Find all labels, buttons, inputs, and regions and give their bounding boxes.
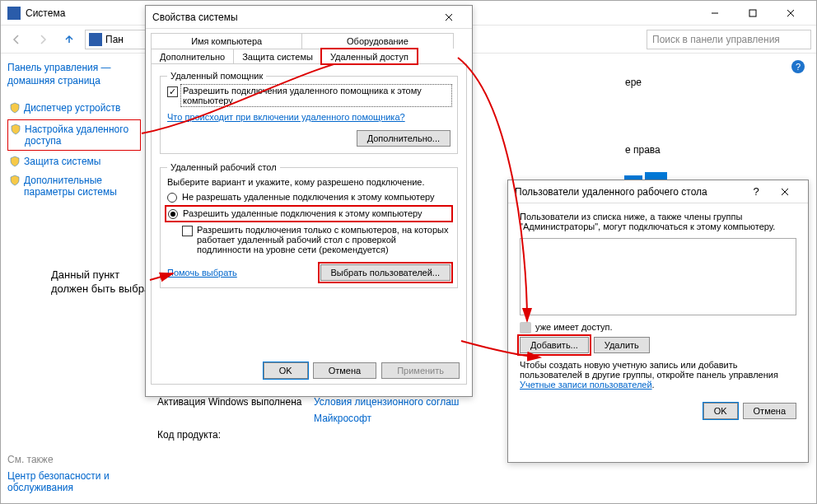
person-icon xyxy=(520,322,531,334)
tab-computer-name[interactable]: Имя компьютера xyxy=(151,33,302,49)
tab-advanced[interactable]: Дополнительно xyxy=(151,49,234,64)
rdu-cancel-button[interactable]: Отмена xyxy=(743,403,796,419)
remote-assistance-help-link[interactable]: Что происходит при включении удаленного … xyxy=(167,112,405,122)
shield-icon xyxy=(9,102,21,114)
tab-system-protection[interactable]: Защита системы xyxy=(233,49,322,64)
chk-label: Разрешить подключения только с компьютер… xyxy=(197,225,451,254)
minimize-button[interactable] xyxy=(696,1,734,26)
bg-text: е права xyxy=(625,144,661,156)
license-link-2[interactable]: Майкрософт xyxy=(314,413,371,424)
user-accounts-link[interactable]: Учетные записи пользователей xyxy=(520,380,652,390)
rdu-ok-button[interactable]: OK xyxy=(703,403,738,419)
close-button[interactable] xyxy=(772,1,810,26)
rdu-close-button[interactable] xyxy=(768,181,801,203)
back-button[interactable] xyxy=(6,29,27,50)
radio-label: Разрешить удаленные подключения к этому … xyxy=(183,208,423,218)
shield-icon xyxy=(10,124,21,135)
select-users-button[interactable]: Выбрать пользователей... xyxy=(320,264,451,281)
sp-content: Удаленный помощник Разрешить подключения… xyxy=(151,63,467,385)
up-button[interactable] xyxy=(58,29,80,50)
add-user-button[interactable]: Добавить... xyxy=(520,337,589,353)
shield-icon xyxy=(9,156,21,167)
shield-icon xyxy=(9,175,21,186)
forward-button[interactable] xyxy=(32,29,54,50)
sp-footer: OK Отмена Применить xyxy=(264,362,460,379)
product-key-label: Код продукта: xyxy=(157,429,314,441)
sidebar-item-remote-settings[interactable]: Настройка удаленного доступа xyxy=(7,119,141,152)
sidebar-home-link[interactable]: Панель управления — домашняя страница xyxy=(7,62,141,87)
radio-icon xyxy=(168,209,178,219)
checkbox-icon xyxy=(167,86,178,97)
radio-icon xyxy=(167,193,177,203)
system-properties-dialog: Свойства системы Имя компьютера Оборудов… xyxy=(145,5,473,397)
remote-assistance-legend: Удаленный помощник xyxy=(167,71,266,81)
radio-label: Не разрешать удаленные подключения к это… xyxy=(182,192,435,202)
sidebar-item-system-protection[interactable]: Защита системы xyxy=(7,152,141,170)
rdu-desc: Пользователи из списка ниже, а также чле… xyxy=(520,212,796,231)
breadcrumb-text: Пан xyxy=(105,34,124,45)
tab-hardware[interactable]: Оборудование xyxy=(301,33,453,49)
remote-assistance-group: Удаленный помощник Разрешить подключения… xyxy=(160,71,458,154)
rdu-hint: Чтобы создать новую учетную запись или д… xyxy=(520,360,796,390)
license-link[interactable]: Условия лицензионного соглаш xyxy=(314,396,459,408)
has-access-line: уже имеет доступ. xyxy=(520,322,796,334)
remove-user-button[interactable]: Удалить xyxy=(594,337,650,353)
rdu-help-button[interactable]: ? xyxy=(744,185,768,198)
users-listbox[interactable] xyxy=(520,238,796,315)
remote-desktop-group: Удаленный рабочий стол Выберите вариант … xyxy=(160,162,458,288)
remote-desktop-legend: Удаленный рабочий стол xyxy=(167,162,280,172)
nla-checkbox[interactable]: Разрешить подключения только с компьютер… xyxy=(182,225,451,254)
chk-label: Разрешить подключения удаленного помощни… xyxy=(182,86,451,105)
see-also-link[interactable]: Центр безопасности и обслуживания xyxy=(7,470,139,493)
sidebar-item-label: Диспетчер устройств xyxy=(24,102,120,114)
sidebar-item-label: Настройка удаленного доступа xyxy=(25,124,138,147)
sp-tabs: Имя компьютера Оборудование Дополнительн… xyxy=(146,29,472,63)
annotation-text: Данный пункт должен быть выбран! xyxy=(51,268,159,296)
search-input[interactable]: Поиск в панели управления xyxy=(647,30,811,49)
ok-button[interactable]: OK xyxy=(264,362,308,379)
sp-titlebar: Свойства системы xyxy=(146,6,472,29)
bg-text: ере xyxy=(625,77,642,88)
rdu-titlebar: Пользователи удаленного рабочего стола ? xyxy=(508,180,808,203)
sidebar-item-device-manager[interactable]: Диспетчер устройств xyxy=(7,99,141,117)
sp-close-button[interactable] xyxy=(432,7,465,28)
tab-remote[interactable]: Удаленный доступ xyxy=(321,49,418,64)
apply-button[interactable]: Применить xyxy=(381,362,460,379)
help-choose-link[interactable]: Помочь выбрать xyxy=(167,268,237,278)
see-also: См. также Центр безопасности и обслужива… xyxy=(7,454,139,493)
allow-remote-assistance-checkbox[interactable]: Разрешить подключения удаленного помощни… xyxy=(167,86,451,105)
activation-status-label: Активация Windows выполнена xyxy=(157,396,314,408)
sidebar-item-advanced-settings[interactable]: Дополнительные параметры системы xyxy=(7,171,141,202)
remote-desktop-desc: Выберите вариант и укажите, кому разреше… xyxy=(167,177,451,187)
maximize-button[interactable] xyxy=(734,1,772,26)
remote-users-dialog: Пользователи удаленного рабочего стола ?… xyxy=(507,180,809,463)
sidebar-item-label: Защита системы xyxy=(24,156,100,167)
radio-allow[interactable]: Разрешить удаленные подключения к этому … xyxy=(167,208,451,220)
pc-icon xyxy=(89,33,102,46)
sidebar-item-label: Дополнительные параметры системы xyxy=(24,175,139,198)
radio-disallow[interactable]: Не разрешать удаленные подключения к это… xyxy=(167,192,451,203)
svg-rect-1 xyxy=(749,10,756,16)
see-also-label: См. также xyxy=(7,454,139,465)
system-icon xyxy=(7,7,21,20)
cancel-button[interactable]: Отмена xyxy=(313,362,376,379)
sp-title: Свойства системы xyxy=(152,12,432,23)
remote-assistance-advanced-button[interactable]: Дополнительно... xyxy=(357,130,451,147)
checkbox-icon xyxy=(182,226,193,236)
rdu-title: Пользователи удаленного рабочего стола xyxy=(515,186,744,198)
